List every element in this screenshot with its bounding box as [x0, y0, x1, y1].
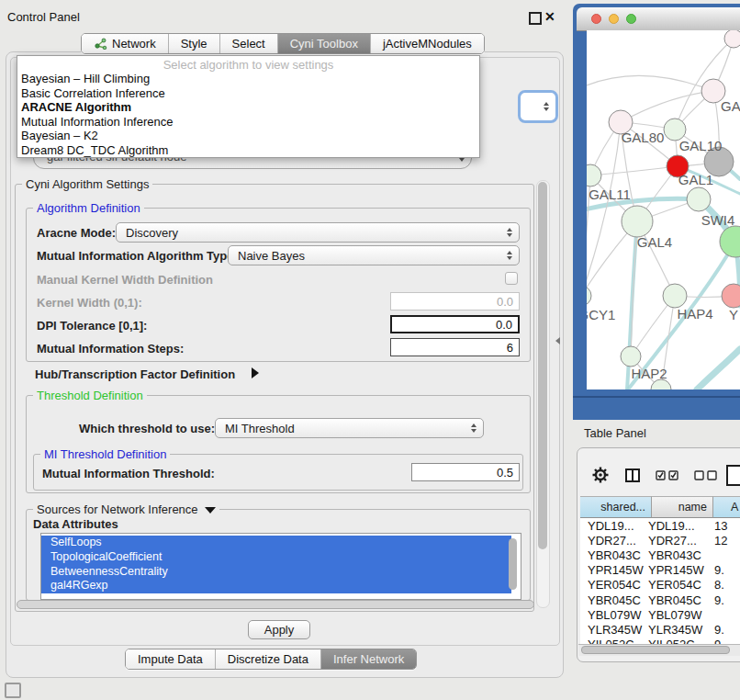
which-threshold-value: MI Threshold — [225, 422, 295, 435]
checkbox-unchecked-icon[interactable] — [707, 470, 717, 480]
node-label: SWI4 — [701, 212, 735, 228]
table-row[interactable]: YLR345WYLR345W9. — [580, 622, 740, 637]
table-header-row: shared...nameA — [580, 496, 740, 518]
node-label: GAL1 — [678, 172, 713, 187]
algorithm-placeholder: Select algorithm to view settings — [17, 58, 479, 72]
aracne-mode-value: Discovery — [126, 226, 178, 240]
network-window-titlebar[interactable] — [577, 7, 740, 31]
close-panel-icon[interactable]: ✕ — [544, 10, 555, 23]
node-label: GCY1 — [587, 307, 615, 322]
data-attribute-item[interactable]: TopologicalCoefficient — [41, 550, 511, 565]
dpi-tolerance-input[interactable]: 0.0 — [390, 315, 520, 333]
data-attributes-list[interactable]: SelfLoopsTopologicalCoefficientBetweenne… — [40, 533, 521, 600]
float-window-icon[interactable] — [529, 12, 542, 25]
panel-collapse-arrow-icon[interactable] — [555, 337, 560, 344]
tab-network[interactable]: Network — [82, 34, 168, 53]
table-row[interactable]: YER054CYER054C8. — [580, 578, 740, 593]
table-cell: YIL052C — [646, 638, 714, 644]
table-row[interactable]: YIL052CYIL052C9. — [580, 638, 740, 645]
column-header[interactable]: A — [713, 496, 740, 518]
kernel-width-label: Kernel Width (0,1): — [37, 296, 142, 310]
tab-select[interactable]: Select — [219, 34, 277, 53]
network-canvas[interactable]: GALGAL80GAL10GAL1GAL11SWI4GAL4GCY1HAP4YH… — [587, 30, 740, 390]
dpi-tolerance-label: DPI Tolerance [0,1]: — [37, 319, 147, 333]
aracne-mode-combo[interactable]: Discovery — [116, 222, 520, 243]
tab-cyni-toolbox[interactable]: Cyni Toolbox — [277, 34, 370, 53]
table-row[interactable]: YBR045CYBR045C9. — [580, 593, 740, 607]
algorithm-option[interactable]: Mutual Information Inference — [17, 115, 479, 130]
table-hscrollbar-thumb[interactable] — [581, 646, 730, 654]
node-label: GAL — [721, 98, 740, 114]
algorithm-option[interactable]: Dream8 DC_TDC Algorithm — [17, 143, 479, 158]
checkbox-unchecked-icon[interactable] — [694, 470, 704, 480]
tab-jactivemnodules[interactable]: jActiveMNodules — [370, 34, 484, 53]
kernel-width-input[interactable]: 0.0 — [390, 292, 520, 310]
algorithm-option[interactable]: Bayesian – K2 — [17, 129, 479, 143]
mi-steps-input[interactable]: 6 — [390, 338, 520, 356]
checkbox-checked-icon[interactable] — [656, 470, 666, 480]
node-gal4[interactable] — [622, 206, 653, 237]
table-row[interactable]: YPR145WYPR145W9. — [580, 563, 740, 578]
gear-icon[interactable] — [591, 466, 610, 484]
node-salmon[interactable] — [722, 284, 740, 308]
list-scrollbar-thumb[interactable] — [509, 538, 517, 590]
table-panel-title: Table Panel — [584, 426, 646, 440]
table-cell: YER054C — [646, 578, 714, 592]
combo-stepper-icon — [471, 423, 477, 433]
algorithm-option[interactable]: ARACNE Algorithm — [17, 100, 479, 115]
column-header[interactable]: name — [652, 496, 713, 518]
network-icon — [94, 38, 107, 50]
network-edge — [590, 166, 678, 175]
inference-algorithm-combo-fragment[interactable] — [518, 90, 558, 123]
table-cell: 9. — [714, 638, 724, 644]
table-row[interactable]: YBR043CYBR043C — [580, 548, 740, 562]
tab-label: Discretize Data — [228, 652, 308, 666]
node-hap2[interactable] — [621, 346, 641, 367]
minimize-traffic-light[interactable] — [609, 14, 619, 24]
node-green-bright[interactable] — [720, 226, 740, 257]
tab-discretize-data[interactable]: Discretize Data — [215, 649, 320, 669]
dock-panel-icon[interactable] — [5, 683, 21, 698]
collapse-arrow-icon[interactable] — [205, 507, 216, 514]
table-cell: YDR27... — [580, 534, 646, 548]
toolbar-partial-icon[interactable] — [726, 465, 740, 487]
threshold-definition-title: Threshold Definition — [33, 389, 147, 402]
which-threshold-label: Which threshold to use: — [79, 422, 215, 435]
algorithm-option[interactable]: Basic Correlation Inference — [17, 86, 479, 101]
split-column-icon[interactable] — [625, 469, 640, 483]
mi-algorithm-type-combo[interactable]: Naive Bayes — [228, 245, 520, 265]
node-swi4[interactable] — [687, 187, 711, 211]
tab-label: Cyni Toolbox — [290, 37, 358, 51]
checkbox-checked-icon[interactable] — [668, 470, 678, 480]
tab-impute-data[interactable]: Impute Data — [126, 649, 215, 669]
node-gal11[interactable] — [587, 164, 601, 186]
data-attribute-item[interactable]: SelfLoops — [41, 536, 511, 550]
mi-threshold-definition-title: MI Threshold Definition — [40, 447, 170, 461]
apply-button[interactable]: Apply — [248, 620, 310, 639]
zoom-traffic-light[interactable] — [626, 14, 636, 24]
settings-horizontal-scrollbar[interactable] — [17, 600, 534, 609]
network-window-bottom-edge — [573, 396, 740, 398]
settings-scrollbar-thumb[interactable] — [538, 182, 547, 549]
node-partial-top[interactable] — [724, 30, 740, 48]
tab-style[interactable]: Style — [168, 34, 219, 53]
algorithm-option[interactable]: Bayesian – Hill Climbing — [17, 72, 479, 86]
node-hap4[interactable] — [663, 284, 687, 308]
which-threshold-combo[interactable]: MI Threshold — [215, 418, 484, 438]
data-attribute-item[interactable]: BetweennessCentrality — [41, 565, 511, 580]
table-cell: YDR27... — [646, 534, 714, 548]
node-gcy1[interactable] — [587, 286, 591, 306]
table-row[interactable]: YBL079WYBL079W — [580, 607, 740, 622]
table-row[interactable]: YDR27...YDR27...12 — [580, 533, 740, 548]
mi-threshold-input[interactable]: 0.5 — [411, 463, 520, 481]
control-panel-tabs: NetworkStyleSelectCyni ToolboxjActiveMNo… — [81, 33, 485, 54]
tab-infer-network[interactable]: Infer Network — [320, 649, 416, 669]
hub-definition-label: Hub/Transcription Factor Definition — [35, 367, 235, 381]
column-header[interactable]: shared... — [580, 496, 652, 518]
close-traffic-light[interactable] — [591, 14, 601, 24]
manual-kernel-width-checkbox[interactable] — [505, 272, 518, 285]
data-attribute-item[interactable]: gal4RGexp — [41, 579, 511, 593]
table-row[interactable]: YDL19...YDL19...13 — [580, 518, 740, 533]
table-cell: YPR145W — [580, 563, 646, 577]
expand-arrow-icon[interactable] — [252, 367, 259, 378]
